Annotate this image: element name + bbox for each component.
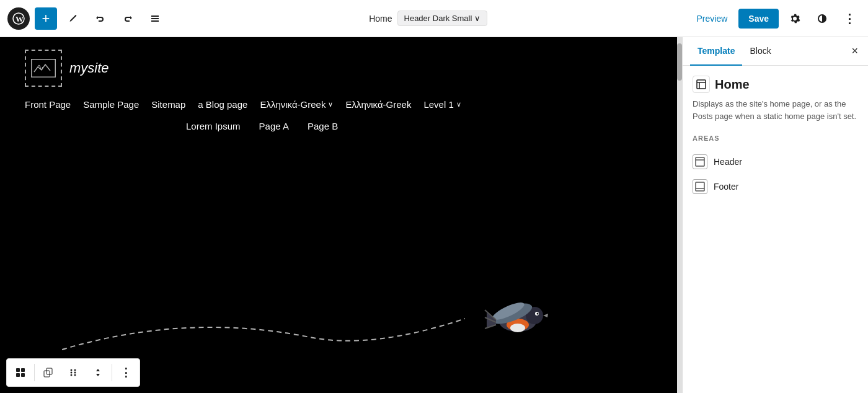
svg-rect-31 <box>697 80 706 89</box>
site-name: mysite <box>69 60 109 76</box>
submenu-row: Lorem Ipsum Page A Page B <box>25 116 657 136</box>
svg-rect-3 <box>151 18 159 19</box>
svg-point-27 <box>71 372 73 374</box>
settings-button[interactable] <box>784 7 806 30</box>
redo-button[interactable] <box>117 7 139 30</box>
canvas: mysite Front Page Sample Page Sitemap a … <box>0 37 682 393</box>
area-item-footer[interactable]: Footer <box>693 174 858 199</box>
area-header-label: Header <box>714 157 742 167</box>
dashed-curve-decoration <box>62 306 465 356</box>
nav-item-greek[interactable]: Ελληνικά-Greek ∨ <box>260 99 333 110</box>
chevron-down-icon: ∨ <box>474 14 480 23</box>
undo-button[interactable] <box>89 7 112 30</box>
tab-template[interactable]: Template <box>690 37 742 66</box>
bird-illustration <box>484 294 558 343</box>
toolbar-divider <box>34 364 35 381</box>
more-options-button[interactable]: ⋮ <box>838 7 861 30</box>
panel-content: Home Displays as the site's home page, o… <box>683 66 868 393</box>
area-item-header[interactable]: Header <box>693 149 858 174</box>
list-view-button[interactable] <box>144 7 166 30</box>
right-panel: Template Block × Home Displays as the si… <box>682 37 868 393</box>
svg-rect-5 <box>32 60 55 77</box>
svg-text:W: W <box>16 14 24 24</box>
site-header: mysite Front Page Sample Page Sitemap a … <box>0 37 682 143</box>
nav-item-level1[interactable]: Level 1 ∨ <box>423 99 461 110</box>
wp-logo: W <box>7 7 30 30</box>
svg-rect-20 <box>21 368 25 372</box>
submenu-item-page-a[interactable]: Page A <box>259 121 289 131</box>
svg-point-8 <box>510 324 525 332</box>
svg-rect-4 <box>151 20 159 22</box>
svg-point-29 <box>71 374 73 376</box>
move-up-down-button[interactable] <box>87 361 109 384</box>
svg-point-28 <box>74 372 76 374</box>
site-logo-area: mysite <box>25 50 657 87</box>
site-logo-box <box>25 50 62 87</box>
theme-toggle-button[interactable] <box>811 7 833 30</box>
nav-item-sitemap[interactable]: Sitemap <box>151 99 185 110</box>
svg-point-26 <box>74 369 76 371</box>
nav-item-about-tests[interactable]: Ελληνικά-Greek <box>345 99 411 110</box>
toolbar-divider-2 <box>112 364 112 381</box>
svg-marker-10 <box>543 314 548 317</box>
canvas-wrapper: mysite Front Page Sample Page Sitemap a … <box>0 37 682 393</box>
submenu-item-page-b[interactable]: Page B <box>308 121 338 131</box>
tab-block[interactable]: Block <box>742 37 778 66</box>
add-block-button[interactable]: + <box>35 7 57 30</box>
area-footer-label: Footer <box>714 182 738 192</box>
top-bar: W + Home Header Dark Small ∨ Preview Sav… <box>0 0 868 37</box>
svg-rect-19 <box>16 368 20 372</box>
areas-label: AREAS <box>693 135 858 142</box>
template-icon <box>693 76 710 93</box>
panel-tabs: Template Block × <box>683 37 868 66</box>
vertical-scrollbar[interactable] <box>677 37 682 393</box>
footer-area-icon <box>693 179 707 194</box>
main-area: mysite Front Page Sample Page Sitemap a … <box>0 37 868 393</box>
panel-close-button[interactable]: × <box>849 42 861 60</box>
block-toolbar: ⋮ <box>6 358 140 387</box>
svg-rect-2 <box>151 15 159 17</box>
svg-rect-21 <box>16 373 20 377</box>
svg-rect-22 <box>21 373 25 377</box>
save-button[interactable]: Save <box>738 9 779 29</box>
duplicate-button[interactable] <box>37 361 60 384</box>
scrollbar-thumb[interactable] <box>677 43 682 81</box>
svg-point-25 <box>71 369 73 371</box>
svg-rect-34 <box>696 157 704 166</box>
svg-rect-36 <box>696 182 704 191</box>
breadcrumb-home: Home <box>369 14 392 24</box>
nav-item-blog[interactable]: a Blog page <box>198 99 247 110</box>
nav-item-sample-page[interactable]: Sample Page <box>83 99 139 110</box>
svg-point-30 <box>74 374 76 376</box>
layout-view-button[interactable] <box>9 361 32 384</box>
chevron-down-icon: ∨ <box>328 100 333 108</box>
preview-button[interactable]: Preview <box>691 10 734 27</box>
svg-point-12 <box>537 313 539 315</box>
drag-handle[interactable] <box>62 361 84 384</box>
logo-image-placeholder <box>31 59 56 77</box>
header-area-icon <box>693 154 707 169</box>
edit-button[interactable] <box>62 7 84 30</box>
breadcrumb: Home Header Dark Small ∨ <box>171 11 686 26</box>
main-navigation: Front Page Sample Page Sitemap a Blog pa… <box>25 93 657 116</box>
breadcrumb-template-chip[interactable]: Header Dark Small ∨ <box>397 11 488 26</box>
more-block-options-button[interactable]: ⋮ <box>115 361 137 384</box>
panel-description: Displays as the site's home page, or as … <box>693 98 858 122</box>
chevron-down-icon: ∨ <box>456 100 461 108</box>
submenu-item-lorem-ipsum[interactable]: Lorem Ipsum <box>186 121 241 131</box>
nav-item-front-page[interactable]: Front Page <box>25 99 71 110</box>
panel-section-title: Home <box>693 76 858 93</box>
right-actions: Preview Save ⋮ <box>691 7 861 30</box>
